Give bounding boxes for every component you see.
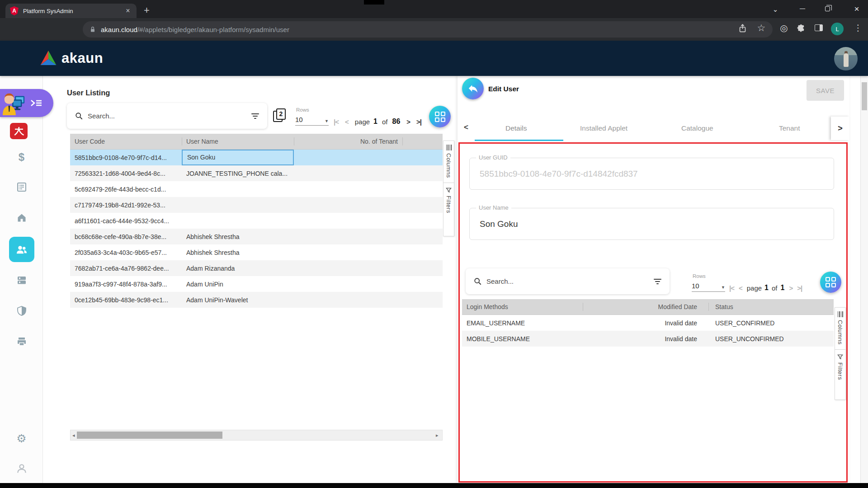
next-page-button[interactable]: > (406, 118, 410, 126)
modified-date-cell[interactable]: Invalid date (583, 319, 702, 327)
user-code-cell[interactable]: c7179749-19b8-42d1-992e-53... (70, 202, 182, 209)
table-row[interactable]: 72563321-1d68-4004-9ed4-8c... JOANNE_TES… (70, 165, 443, 181)
browser-profile-avatar[interactable]: L (831, 23, 844, 35)
tabs-scroll-right-button[interactable]: > (831, 117, 849, 140)
grid-view-button[interactable] (820, 272, 841, 293)
status-cell[interactable]: USER_UNCONFIRMED (702, 335, 834, 343)
page-vertical-scrollbar[interactable] (860, 76, 868, 483)
new-tab-button[interactable]: + (144, 5, 150, 16)
login-search-input[interactable] (486, 277, 654, 285)
user-code-cell[interactable]: bc68c68e-cefe-490a-8b7e-38e... (70, 233, 182, 240)
sidebar-item-settings[interactable]: ⚙ (0, 432, 43, 445)
login-table-row[interactable]: EMAIL_USERNAME Invalid date USER_CONFIRM… (462, 315, 834, 331)
tabs-scroll-left-icon[interactable]: < (464, 123, 468, 132)
tab-details[interactable]: Details (505, 124, 527, 132)
user-code-cell[interactable]: 2f035a63-3c4a-403c-9b65-e57... (70, 249, 182, 256)
last-page-button[interactable]: >| (416, 118, 421, 126)
sidebar-item-home[interactable] (0, 212, 43, 225)
tab-catalogue[interactable]: Catalogue (681, 124, 713, 132)
table-horizontal-scrollbar[interactable]: ◂ ▸ (70, 430, 443, 441)
login-rows-per-page-select[interactable]: 10 ▼ (692, 282, 725, 292)
columns-tab[interactable]: Columns (837, 320, 844, 345)
sidebar-item-bigledger[interactable] (10, 123, 28, 139)
filters-tab[interactable]: Filters (837, 362, 844, 380)
col-header-user-code[interactable]: User Code (70, 138, 182, 145)
table-row[interactable]: bc68c68e-cefe-490a-8b7e-38e... Abhishek … (70, 229, 443, 244)
first-page-button[interactable]: |< (729, 284, 734, 292)
user-name-field[interactable]: User Name Son Goku (469, 208, 834, 240)
user-code-cell[interactable]: 5851bbc9-0108-4e70-9f7c-d14... (70, 154, 182, 161)
browser-menu-kebab-icon[interactable]: ⋮ (852, 23, 864, 33)
table-row[interactable]: 5c692479-26fe-443d-becc-c1d... (70, 181, 443, 197)
grid-view-button[interactable] (429, 106, 451, 127)
sidebar-item-printer[interactable] (0, 336, 43, 349)
user-code-cell[interactable]: 5c692479-26fe-443d-becc-c1d... (70, 186, 182, 193)
last-page-button[interactable]: >| (797, 284, 802, 292)
save-button[interactable]: SAVE (807, 80, 844, 101)
columns-tab[interactable]: Columns (445, 153, 452, 178)
tab-tenant[interactable]: Tenant (779, 124, 800, 132)
col-header-status[interactable]: Status (702, 303, 834, 310)
scroll-right-icon[interactable]: ▸ (436, 432, 439, 438)
prev-page-button[interactable]: < (345, 118, 349, 126)
table-row[interactable]: 7682ab71-ce6a-4a76-9862-dee... Adam Riza… (70, 260, 443, 276)
user-code-cell[interactable]: 72563321-1d68-4004-9ed4-8c... (70, 170, 182, 177)
window-minimize-button[interactable]: — (796, 5, 809, 12)
table-row[interactable]: 919aa7f3-c997-48f4-878a-3af9... Adam Uni… (70, 276, 443, 292)
share-icon[interactable] (738, 23, 748, 33)
sidebar-item-users[interactable] (9, 237, 34, 262)
scroll-left-icon[interactable]: ◂ (72, 432, 75, 438)
user-name-cell[interactable]: Adam Rizananda (182, 265, 294, 272)
back-button[interactable] (462, 78, 484, 99)
user-photo-avatar[interactable] (834, 47, 858, 70)
user-name-cell[interactable]: Abhishek Shrestha (182, 249, 294, 256)
user-name-cell[interactable]: Abhishek Shrestha (182, 233, 294, 240)
select-mode-button[interactable]: 2 (273, 108, 287, 123)
login-method-cell[interactable]: MOBILE_USERNAME (462, 335, 583, 343)
scroll-thumb[interactable] (77, 432, 222, 439)
bookmark-star-icon[interactable]: ☆ (755, 23, 768, 33)
user-code-cell[interactable]: 7682ab71-ce6a-4a76-9862-dee... (70, 265, 182, 272)
rows-per-page-select[interactable]: 10 ▼ (295, 116, 329, 126)
akaun-logo[interactable]: akaun (39, 50, 103, 66)
col-header-user-name[interactable]: User Name (182, 138, 294, 145)
window-restore-button[interactable] (825, 6, 830, 11)
modified-date-cell[interactable]: Invalid date (583, 335, 702, 343)
status-cell[interactable]: USER_CONFIRMED (702, 319, 834, 327)
side-panel-icon[interactable] (815, 24, 823, 31)
extensions-puzzle-icon[interactable] (796, 24, 805, 33)
table-row[interactable]: 5851bbc9-0108-4e70-9f7c-d14... Son Goku (70, 150, 443, 165)
sidebar-item-storage[interactable] (0, 275, 43, 287)
user-code-cell[interactable]: a6f11601-cac6-444e-9532-9cc4... (70, 217, 182, 225)
col-header-no-of-tenant[interactable]: No. of Tenant (294, 138, 402, 145)
sidebar-item-ledger[interactable] (0, 182, 43, 194)
prev-page-button[interactable]: < (739, 284, 742, 292)
tab-installed-applet[interactable]: Installed Applet (580, 124, 627, 132)
browser-tab[interactable]: A Platform SysAdmin × (5, 4, 137, 18)
next-page-button[interactable]: > (789, 284, 793, 292)
sidebar-item-billing[interactable]: $ (0, 151, 43, 164)
table-row[interactable]: a6f11601-cac6-444e-9532-9cc4... (70, 213, 443, 229)
user-name-cell[interactable]: Adam UniPin (182, 281, 294, 288)
sidebar-item-account[interactable] (0, 463, 43, 476)
user-code-cell[interactable]: 919aa7f3-c997-48f4-878a-3af9... (70, 281, 182, 288)
table-row[interactable]: 2f035a63-3c4a-403c-9b65-e57... Abhishek … (70, 244, 443, 260)
user-name-cell[interactable]: Son Goku (182, 150, 294, 165)
filter-icon[interactable] (251, 113, 259, 119)
filter-icon[interactable] (654, 279, 661, 284)
user-code-cell[interactable]: 0ce12b45-69bb-483e-9c98-ec1... (70, 296, 182, 304)
first-page-button[interactable]: |< (334, 118, 339, 126)
table-row[interactable]: c7179749-19b8-42d1-992e-53... (70, 197, 443, 213)
table-row[interactable]: 0ce12b45-69bb-483e-9c98-ec1... Adam UniP… (70, 292, 443, 308)
col-header-login-methods[interactable]: Login Methods (462, 303, 583, 310)
vscroll-thumb[interactable] (862, 82, 867, 110)
extension-target-icon[interactable]: ◎ (778, 23, 790, 33)
search-input[interactable] (88, 112, 251, 120)
login-method-cell[interactable]: EMAIL_USERNAME (462, 319, 583, 327)
search-tabs-icon[interactable]: ⌄ (769, 5, 782, 14)
login-table-row[interactable]: MOBILE_USERNAME Invalid date USER_UNCONF… (462, 331, 834, 347)
tab-close-icon[interactable]: × (124, 7, 132, 15)
sidebar-item-admin-console[interactable] (0, 89, 53, 117)
col-header-modified-date[interactable]: Modified Date (583, 303, 702, 310)
sidebar-item-security[interactable] (0, 305, 43, 318)
